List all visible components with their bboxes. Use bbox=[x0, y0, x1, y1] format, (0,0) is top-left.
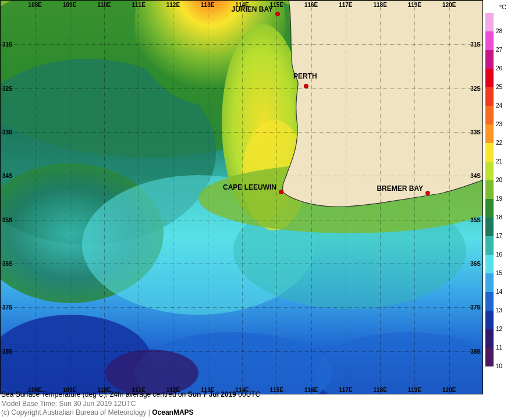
gridline-lat bbox=[1, 220, 482, 220]
lon-tick-label: 116E bbox=[304, 387, 318, 393]
sst-map: 108E108E109E109E110E110E111E111E112E112E… bbox=[0, 0, 483, 394]
legend-swatch bbox=[485, 87, 494, 106]
lon-tick-label: 118E bbox=[373, 387, 386, 393]
gridline-lon bbox=[346, 1, 346, 394]
caption-date: Sun 7 Jul 2019 bbox=[188, 390, 236, 398]
caption-line2: Model Base Time: Sun 30 Jun 2019 12UTC bbox=[1, 400, 260, 409]
caption-line3: (c) Copyright Australian Bureau of Meteo… bbox=[1, 408, 260, 418]
gridline-lon bbox=[35, 1, 36, 394]
city-marker bbox=[279, 190, 283, 194]
legend-swatch bbox=[485, 199, 494, 218]
legend-value: 23 bbox=[496, 121, 502, 127]
lat-tick-label: 34S bbox=[2, 173, 13, 179]
gridline-lon bbox=[104, 1, 105, 394]
gridline-lat bbox=[1, 307, 482, 308]
city-label: PERTH bbox=[293, 72, 317, 80]
legend-swatch bbox=[485, 69, 494, 87]
gridline-lon bbox=[311, 1, 312, 394]
city-marker bbox=[304, 84, 308, 88]
lat-tick-label: 33S bbox=[470, 129, 481, 136]
lat-tick-label: 36S bbox=[470, 261, 481, 267]
gridline-lat bbox=[1, 264, 482, 264]
legend-value: 10 bbox=[496, 363, 502, 369]
legend-value: 19 bbox=[496, 195, 502, 202]
gridline-lon bbox=[139, 1, 139, 394]
legend-swatch bbox=[485, 292, 494, 311]
lon-tick-label: 117E bbox=[339, 387, 352, 393]
caption: Sea Surface Temperature (deg C): 24hr av… bbox=[1, 390, 260, 418]
lat-tick-label: 32S bbox=[2, 85, 13, 91]
legend-swatch bbox=[485, 31, 494, 50]
city-label: BREMER BAY bbox=[377, 184, 423, 193]
legend-swatch bbox=[485, 348, 494, 366]
lat-tick-label: 32S bbox=[470, 85, 481, 91]
lon-tick-label: 110E bbox=[97, 2, 111, 8]
legend-swatch bbox=[485, 143, 494, 162]
gridline-lat bbox=[1, 44, 482, 45]
lat-tick-label: 31S bbox=[2, 41, 13, 48]
lon-tick-label: 119E bbox=[408, 2, 421, 8]
legend-value: 18 bbox=[496, 214, 502, 220]
legend-value: 22 bbox=[496, 140, 502, 146]
lat-tick-label: 31S bbox=[470, 41, 481, 48]
lon-tick-label: 120E bbox=[442, 387, 456, 393]
lat-tick-label: 35S bbox=[2, 216, 13, 223]
legend-value: 21 bbox=[496, 158, 502, 165]
legend-value: 24 bbox=[496, 102, 502, 109]
gridline-lon bbox=[173, 1, 173, 394]
gridline-lat bbox=[1, 351, 482, 352]
legend-value: 20 bbox=[496, 177, 502, 183]
legend-swatch bbox=[485, 124, 494, 143]
caption-prefix: Sea Surface Temperature (deg C): 24hr av… bbox=[1, 390, 188, 398]
gridline-lon bbox=[449, 1, 450, 394]
caption-suffix: 00UTC bbox=[236, 390, 260, 398]
city-label: CAPE LEEUWIN bbox=[223, 183, 276, 191]
gridline-lon bbox=[242, 1, 243, 394]
legend-swatch bbox=[485, 50, 494, 69]
legend-swatch bbox=[485, 218, 494, 236]
lon-tick-label: 108E bbox=[29, 2, 42, 8]
lat-tick-label: 33S bbox=[2, 129, 13, 136]
lon-tick-label: 115E bbox=[270, 387, 283, 393]
legend-value: 17 bbox=[496, 233, 502, 239]
legend-value: 12 bbox=[496, 326, 502, 332]
legend-swatch bbox=[485, 311, 494, 329]
lat-tick-label: 37S bbox=[470, 304, 481, 311]
gridline-lat bbox=[1, 88, 482, 89]
gridline-lon bbox=[380, 1, 381, 394]
gridline-lon bbox=[70, 1, 70, 394]
legend-value: 28 bbox=[496, 28, 502, 34]
lat-tick-label: 36S bbox=[2, 261, 13, 267]
city-marker bbox=[425, 191, 430, 195]
lon-tick-label: 118E bbox=[373, 2, 386, 8]
copyright-text: (c) Copyright Australian Bureau of Meteo… bbox=[1, 408, 152, 417]
legend-swatch bbox=[485, 180, 494, 199]
gridline-lon bbox=[208, 1, 208, 394]
city-marker bbox=[275, 12, 280, 16]
legend-unit: °C bbox=[499, 3, 506, 10]
legend-value: 16 bbox=[496, 251, 502, 258]
gridline-lon bbox=[276, 1, 277, 394]
lon-tick-label: 117E bbox=[339, 2, 352, 8]
legend-value: 26 bbox=[496, 65, 502, 72]
lat-tick-label: 38S bbox=[2, 348, 13, 354]
lat-tick-label: 38S bbox=[470, 348, 481, 354]
legend-swatch bbox=[485, 13, 494, 31]
gridline-lat bbox=[1, 132, 482, 133]
lon-tick-label: 109E bbox=[63, 2, 76, 8]
lon-tick-label: 119E bbox=[408, 387, 421, 393]
caption-line1: Sea Surface Temperature (deg C): 24hr av… bbox=[1, 390, 260, 400]
lat-tick-label: 34S bbox=[470, 173, 481, 179]
legend-swatch bbox=[485, 106, 494, 124]
legend-swatch bbox=[485, 236, 494, 255]
legend-value: 11 bbox=[496, 344, 502, 351]
lon-tick-label: 111E bbox=[132, 2, 145, 8]
gridline-lat bbox=[1, 176, 482, 176]
legend-value: 13 bbox=[496, 307, 502, 314]
lat-tick-label: 35S bbox=[470, 216, 481, 223]
color-legend: °C 2827262524232221201918171615141312111… bbox=[485, 2, 509, 397]
legend-value: 25 bbox=[496, 84, 502, 90]
legend-value: 14 bbox=[496, 289, 502, 295]
gridline-lon bbox=[414, 1, 415, 394]
legend-swatch bbox=[485, 255, 494, 273]
